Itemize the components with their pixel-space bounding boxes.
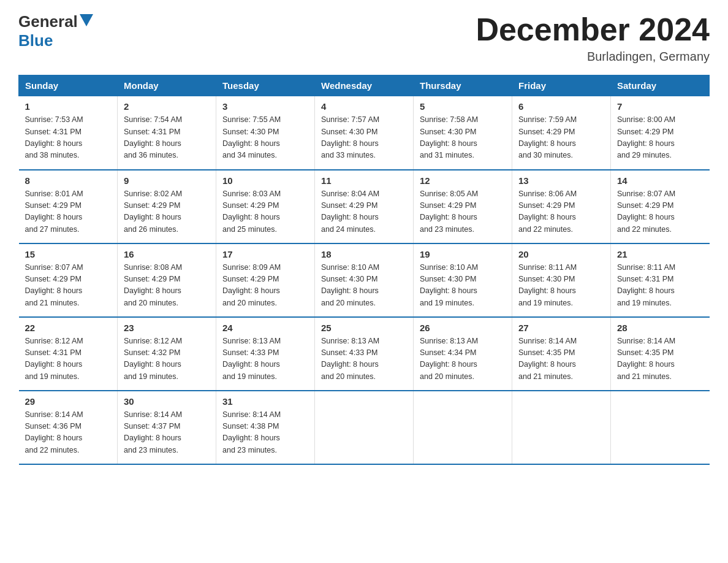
day-cell-31: 31Sunrise: 8:14 AMSunset: 4:38 PMDayligh…: [216, 391, 315, 464]
week-row-5: 29Sunrise: 8:14 AMSunset: 4:36 PMDayligh…: [19, 391, 710, 464]
week-row-1: 1Sunrise: 7:53 AMSunset: 4:31 PMDaylight…: [19, 96, 710, 170]
day-number: 4: [321, 101, 407, 112]
day-cell-18: 18Sunrise: 8:10 AMSunset: 4:30 PMDayligh…: [315, 243, 414, 317]
day-info: Sunrise: 8:12 AMSunset: 4:31 PMDaylight:…: [25, 335, 112, 383]
header-tuesday: Tuesday: [216, 75, 315, 96]
day-number: 20: [518, 249, 604, 259]
day-number: 24: [222, 323, 308, 333]
day-cell-30: 30Sunrise: 8:14 AMSunset: 4:37 PMDayligh…: [118, 391, 216, 464]
day-info: Sunrise: 8:12 AMSunset: 4:32 PMDaylight:…: [124, 335, 210, 383]
day-cell-25: 25Sunrise: 8:13 AMSunset: 4:33 PMDayligh…: [315, 317, 414, 391]
day-number: 28: [617, 323, 703, 333]
day-info: Sunrise: 8:07 AMSunset: 4:29 PMDaylight:…: [617, 188, 703, 236]
day-info: Sunrise: 8:11 AMSunset: 4:30 PMDaylight:…: [518, 262, 604, 310]
day-cell-21: 21Sunrise: 8:11 AMSunset: 4:31 PMDayligh…: [611, 243, 710, 317]
day-info: Sunrise: 8:06 AMSunset: 4:29 PMDaylight:…: [518, 188, 604, 236]
day-number: 22: [25, 323, 112, 333]
day-number: 19: [420, 249, 506, 259]
logo: General Blue: [18, 12, 93, 50]
day-cell-6: 6Sunrise: 7:59 AMSunset: 4:29 PMDaylight…: [512, 96, 611, 170]
header-saturday: Saturday: [611, 75, 710, 96]
logo-blue-text: Blue: [18, 31, 53, 50]
day-info: Sunrise: 8:14 AMSunset: 4:37 PMDaylight:…: [124, 409, 210, 457]
day-cell-23: 23Sunrise: 8:12 AMSunset: 4:32 PMDayligh…: [118, 317, 216, 391]
day-number: 17: [222, 249, 308, 259]
day-info: Sunrise: 8:03 AMSunset: 4:29 PMDaylight:…: [222, 188, 308, 236]
day-cell-12: 12Sunrise: 8:05 AMSunset: 4:29 PMDayligh…: [414, 170, 512, 243]
day-number: 15: [25, 249, 112, 259]
day-cell-22: 22Sunrise: 8:12 AMSunset: 4:31 PMDayligh…: [19, 317, 118, 391]
day-number: 1: [25, 101, 112, 112]
day-number: 21: [617, 249, 703, 259]
day-cell-26: 26Sunrise: 8:13 AMSunset: 4:34 PMDayligh…: [414, 317, 512, 391]
day-number: 8: [25, 175, 112, 186]
day-number: 16: [124, 249, 210, 259]
day-info: Sunrise: 8:14 AMSunset: 4:35 PMDaylight:…: [518, 335, 604, 383]
day-number: 7: [617, 101, 703, 112]
day-number: 11: [321, 175, 407, 186]
day-info: Sunrise: 8:13 AMSunset: 4:33 PMDaylight:…: [321, 335, 407, 383]
day-cell-4: 4Sunrise: 7:57 AMSunset: 4:30 PMDaylight…: [315, 96, 414, 170]
day-cell-24: 24Sunrise: 8:13 AMSunset: 4:33 PMDayligh…: [216, 317, 315, 391]
day-number: 14: [617, 175, 703, 186]
empty-cell: [611, 391, 710, 464]
day-cell-11: 11Sunrise: 8:04 AMSunset: 4:29 PMDayligh…: [315, 170, 414, 243]
day-info: Sunrise: 7:55 AMSunset: 4:30 PMDaylight:…: [222, 114, 308, 162]
day-info: Sunrise: 8:05 AMSunset: 4:29 PMDaylight:…: [420, 188, 506, 236]
day-number: 26: [420, 323, 506, 333]
day-info: Sunrise: 7:59 AMSunset: 4:29 PMDaylight:…: [518, 114, 604, 162]
day-cell-20: 20Sunrise: 8:11 AMSunset: 4:30 PMDayligh…: [512, 243, 611, 317]
week-row-2: 8Sunrise: 8:01 AMSunset: 4:29 PMDaylight…: [19, 170, 710, 243]
day-info: Sunrise: 8:13 AMSunset: 4:34 PMDaylight:…: [420, 335, 506, 383]
title-block: December 2024 Burladingen, Germany: [476, 12, 710, 64]
day-cell-15: 15Sunrise: 8:07 AMSunset: 4:29 PMDayligh…: [19, 243, 118, 317]
day-info: Sunrise: 8:11 AMSunset: 4:31 PMDaylight:…: [617, 262, 703, 310]
day-cell-9: 9Sunrise: 8:02 AMSunset: 4:29 PMDaylight…: [118, 170, 216, 243]
day-number: 13: [518, 175, 604, 186]
day-cell-13: 13Sunrise: 8:06 AMSunset: 4:29 PMDayligh…: [512, 170, 611, 243]
day-number: 31: [222, 396, 308, 407]
day-info: Sunrise: 8:07 AMSunset: 4:29 PMDaylight:…: [25, 262, 112, 310]
location: Burladingen, Germany: [476, 50, 710, 64]
day-number: 18: [321, 249, 407, 259]
day-number: 23: [124, 323, 210, 333]
day-cell-5: 5Sunrise: 7:58 AMSunset: 4:30 PMDaylight…: [414, 96, 512, 170]
day-number: 12: [420, 175, 506, 186]
day-cell-14: 14Sunrise: 8:07 AMSunset: 4:29 PMDayligh…: [611, 170, 710, 243]
day-number: 5: [420, 101, 506, 112]
header-sunday: Sunday: [19, 75, 118, 96]
day-info: Sunrise: 7:54 AMSunset: 4:31 PMDaylight:…: [124, 114, 210, 162]
day-info: Sunrise: 8:14 AMSunset: 4:35 PMDaylight:…: [617, 335, 703, 383]
day-number: 30: [124, 396, 210, 407]
day-number: 2: [124, 101, 210, 112]
day-number: 9: [124, 175, 210, 186]
day-info: Sunrise: 8:13 AMSunset: 4:33 PMDaylight:…: [222, 335, 308, 383]
day-cell-1: 1Sunrise: 7:53 AMSunset: 4:31 PMDaylight…: [19, 96, 118, 170]
day-number: 25: [321, 323, 407, 333]
calendar-header-row: SundayMondayTuesdayWednesdayThursdayFrid…: [19, 75, 710, 96]
day-number: 29: [25, 396, 112, 407]
day-info: Sunrise: 8:14 AMSunset: 4:36 PMDaylight:…: [25, 409, 112, 457]
day-info: Sunrise: 8:10 AMSunset: 4:30 PMDaylight:…: [420, 262, 506, 310]
day-info: Sunrise: 7:53 AMSunset: 4:31 PMDaylight:…: [25, 114, 112, 162]
empty-cell: [315, 391, 414, 464]
day-info: Sunrise: 7:58 AMSunset: 4:30 PMDaylight:…: [420, 114, 506, 162]
logo-triangle-icon: [80, 14, 93, 29]
day-info: Sunrise: 8:10 AMSunset: 4:30 PMDaylight:…: [321, 262, 407, 310]
logo-general-text: General: [18, 12, 78, 31]
day-cell-19: 19Sunrise: 8:10 AMSunset: 4:30 PMDayligh…: [414, 243, 512, 317]
day-cell-8: 8Sunrise: 8:01 AMSunset: 4:29 PMDaylight…: [19, 170, 118, 243]
month-title: December 2024: [476, 12, 710, 47]
day-info: Sunrise: 8:01 AMSunset: 4:29 PMDaylight:…: [25, 188, 112, 236]
day-number: 10: [222, 175, 308, 186]
calendar-table: SundayMondayTuesdayWednesdayThursdayFrid…: [18, 75, 710, 465]
day-cell-2: 2Sunrise: 7:54 AMSunset: 4:31 PMDaylight…: [118, 96, 216, 170]
week-row-3: 15Sunrise: 8:07 AMSunset: 4:29 PMDayligh…: [19, 243, 710, 317]
day-cell-28: 28Sunrise: 8:14 AMSunset: 4:35 PMDayligh…: [611, 317, 710, 391]
day-cell-27: 27Sunrise: 8:14 AMSunset: 4:35 PMDayligh…: [512, 317, 611, 391]
day-info: Sunrise: 8:14 AMSunset: 4:38 PMDaylight:…: [222, 409, 308, 457]
header-friday: Friday: [512, 75, 611, 96]
day-info: Sunrise: 8:09 AMSunset: 4:29 PMDaylight:…: [222, 262, 308, 310]
day-info: Sunrise: 7:57 AMSunset: 4:30 PMDaylight:…: [321, 114, 407, 162]
header-wednesday: Wednesday: [315, 75, 414, 96]
